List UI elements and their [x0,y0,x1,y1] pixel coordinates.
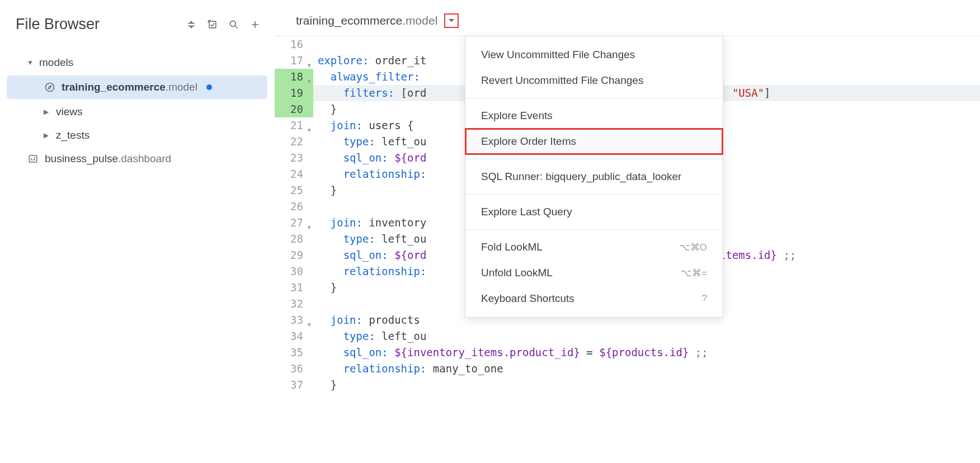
svg-rect-3 [29,155,37,162]
menu-keyboard-shortcuts[interactable]: Keyboard Shortcuts? [465,286,723,311]
file-actions-menu: View Uncommitted File Changes Revert Unc… [465,36,723,318]
sidebar-toolbar [186,19,261,30]
shortcut-label: ⌥⌘O [679,242,707,253]
file-actions-dropdown-button[interactable] [444,13,459,28]
search-icon[interactable] [228,19,239,30]
menu-separator [465,194,723,195]
collapse-icon[interactable] [186,19,197,30]
folder-views[interactable]: ▶ views [0,100,274,124]
file-training-ecommerce-model[interactable]: training_ecommerce.model [7,75,267,99]
shortcut-label: ⌥⌘= [681,267,707,279]
line-gutter: 16 17▼ 18▼ 19 20 21▼ 22 23 24 25 26 27▼ … [275,36,313,393]
dashboard-icon [27,153,39,165]
file-business-pulse-dashboard[interactable]: business_pulse.dashboard [0,147,274,171]
menu-explore-last-query[interactable]: Explore Last Query [465,199,723,225]
svg-point-1 [230,21,235,26]
add-icon[interactable] [249,19,261,30]
chevron-right-icon: ▶ [44,131,50,139]
folder-label: z_tests [56,129,89,141]
file-tree: ▼ models training_ecommerce.model ▶ view… [0,46,274,171]
menu-explore-order-items[interactable]: Explore Order Items [465,129,723,154]
menu-unfold-lookml[interactable]: Unfold LookML⌥⌘= [465,260,723,286]
editor-panel: training_ecommerce.model 16 17▼ 18▼ 19 2… [274,0,980,463]
file-browser-sidebar: File Browser ▼ models training_ecommerce… [0,0,274,463]
modified-indicator-icon [206,84,212,90]
file-label: training_ecommerce.model [62,81,197,93]
sidebar-title: File Browser [16,16,100,33]
menu-separator [465,98,723,98]
folder-models[interactable]: ▼ models [0,51,274,74]
menu-explore-events[interactable]: Explore Events [465,103,723,129]
editor-tabbar: training_ecommerce.model [275,0,980,36]
folder-ztests[interactable]: ▶ z_tests [0,124,274,147]
menu-fold-lookml[interactable]: Fold LookML⌥⌘O [465,234,723,260]
shortcut-label: ? [702,293,707,304]
chevron-right-icon: ▶ [44,108,50,116]
menu-separator [465,159,723,159]
menu-sql-runner[interactable]: SQL Runner: bigquery_public_data_looker [465,164,723,190]
svg-point-2 [46,83,54,92]
sidebar-header: File Browser [0,11,274,46]
menu-view-uncommitted[interactable]: View Uncommitted File Changes [465,42,723,68]
file-label: business_pulse.dashboard [45,153,171,165]
folder-label: models [39,56,73,69]
svg-rect-0 [209,21,216,28]
tab-title: training_ecommerce.model [296,14,437,27]
caret-down-icon [448,18,455,23]
folder-label: views [56,106,83,118]
menu-separator [465,229,723,230]
bulk-check-icon[interactable] [207,19,218,30]
compass-icon [44,81,56,93]
menu-revert-uncommitted[interactable]: Revert Uncommitted File Changes [465,68,723,93]
chevron-down-icon: ▼ [27,59,34,67]
